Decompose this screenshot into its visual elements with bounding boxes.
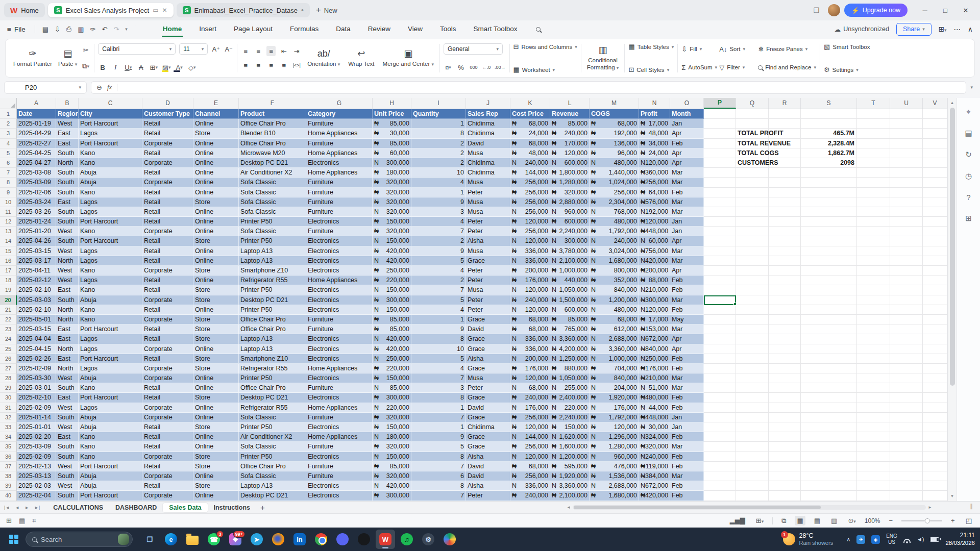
cell[interactable]: South xyxy=(56,148,79,158)
cell[interactable] xyxy=(923,119,947,129)
row-header[interactable]: 11 xyxy=(0,207,17,217)
cell[interactable] xyxy=(736,109,769,119)
cell[interactable]: Electronics xyxy=(306,393,373,403)
cell[interactable]: Mar xyxy=(670,207,704,217)
header-cell[interactable]: Category xyxy=(306,109,373,119)
cell[interactable] xyxy=(857,276,890,285)
clock[interactable]: 21:11 28/03/2026 xyxy=(945,532,975,547)
row-header[interactable]: 31 xyxy=(0,403,17,413)
cell[interactable]: Kano xyxy=(79,266,142,276)
cell[interactable]: Kano xyxy=(79,227,142,236)
cell[interactable] xyxy=(923,285,947,295)
cell[interactable] xyxy=(704,178,736,187)
hidden-icons-icon[interactable]: ∧ xyxy=(846,536,850,543)
cell[interactable]: Laptop A13 xyxy=(239,334,306,344)
cell[interactable]: West xyxy=(56,481,79,491)
add-sheet-button[interactable]: + xyxy=(260,503,265,512)
present-icon[interactable]: ▭ xyxy=(153,7,158,14)
cell[interactable]: ₦176,000 xyxy=(590,403,639,413)
align-middle-icon[interactable]: ≡ xyxy=(254,46,263,56)
cell[interactable]: Musa xyxy=(466,178,510,187)
format-painter-icon[interactable]: ✑ xyxy=(90,26,96,33)
strikethrough-icon[interactable]: A xyxy=(136,62,145,72)
cell[interactable]: 3 xyxy=(411,207,466,217)
cell[interactable] xyxy=(801,276,857,285)
cell[interactable] xyxy=(736,236,769,246)
cell[interactable]: Desktop PC D21 xyxy=(239,158,306,168)
cell[interactable]: West xyxy=(56,276,79,285)
cell[interactable] xyxy=(801,188,857,197)
cell[interactable]: Furniture xyxy=(306,197,373,207)
cell[interactable]: ₦1,296,000 xyxy=(590,432,639,442)
cell[interactable] xyxy=(801,295,857,305)
cell[interactable]: ₦420,000 xyxy=(373,334,411,344)
cell[interactable]: Furniture xyxy=(306,207,373,217)
cell[interactable]: Desktop PC D21 xyxy=(239,491,306,500)
cell[interactable] xyxy=(857,305,890,315)
cell[interactable]: 8 xyxy=(411,481,466,491)
telegram-icon[interactable]: ➤ xyxy=(247,530,266,549)
font-name-select[interactable]: Calibri▾ xyxy=(98,43,176,55)
cell[interactable]: Apr xyxy=(670,236,704,246)
cell[interactable]: Kano xyxy=(79,148,142,158)
cell[interactable]: 2025-02-09 xyxy=(17,452,56,462)
cell[interactable]: Jan xyxy=(670,422,704,432)
column-header-L[interactable]: L xyxy=(550,98,590,109)
cell[interactable]: ₦1,920,000 xyxy=(590,393,639,403)
cell[interactable] xyxy=(923,334,947,344)
cell[interactable]: West xyxy=(56,227,79,236)
cell[interactable]: Refrigerator R55 xyxy=(239,276,306,285)
cell[interactable]: Mar xyxy=(670,442,704,452)
pivot-icon[interactable]: ⊞▾ xyxy=(754,516,766,525)
cell-mode-icon[interactable]: ⊞ xyxy=(6,517,12,524)
cell[interactable] xyxy=(923,168,947,178)
cell[interactable]: ₦60,000 xyxy=(373,148,411,158)
row-header[interactable]: 17 xyxy=(0,266,17,276)
zoom-in-icon[interactable]: + xyxy=(949,516,957,525)
cell[interactable]: Retail xyxy=(142,207,193,217)
cell[interactable]: East xyxy=(56,432,79,442)
cell[interactable] xyxy=(801,373,857,383)
cell[interactable]: ₦120,000 xyxy=(639,217,670,227)
row-header[interactable]: 18 xyxy=(0,276,17,285)
cell[interactable]: Musa xyxy=(466,148,510,158)
cell[interactable]: ₦420,000 xyxy=(639,256,670,266)
cell[interactable]: Electronics xyxy=(306,236,373,246)
row-header[interactable]: 30 xyxy=(0,393,17,403)
cell[interactable]: North xyxy=(56,364,79,373)
cell[interactable]: Furniture xyxy=(306,324,373,334)
cell[interactable]: Mar xyxy=(670,168,704,178)
zoom-formula-icon[interactable]: ⊖ xyxy=(96,84,102,91)
cell[interactable] xyxy=(769,354,801,364)
cell[interactable]: Grace xyxy=(466,413,510,422)
zoom-slider-handle[interactable] xyxy=(925,518,930,523)
cell[interactable]: ₦480,000 xyxy=(590,217,639,227)
cell[interactable]: Grace xyxy=(466,344,510,354)
cell[interactable]: 2025-03-24 xyxy=(17,197,56,207)
cell[interactable]: Kano xyxy=(79,383,142,393)
cell[interactable]: East xyxy=(56,393,79,403)
cell[interactable] xyxy=(704,471,736,481)
menu-item-tools[interactable]: Tools xyxy=(439,22,457,37)
cell[interactable]: Port Harcourt xyxy=(79,119,142,129)
cell[interactable] xyxy=(801,432,857,442)
cell[interactable]: David xyxy=(466,324,510,334)
cell[interactable]: Online xyxy=(193,148,239,158)
cell[interactable]: ₦320,000 xyxy=(639,442,670,452)
cell[interactable]: 2025-05-01 xyxy=(17,315,56,324)
row-header[interactable]: 5 xyxy=(0,148,17,158)
cell[interactable]: Electronics xyxy=(306,422,373,432)
selected-cell[interactable] xyxy=(704,295,736,305)
cell[interactable]: ₦144,000 xyxy=(510,168,550,178)
cell[interactable]: 2025-03-03 xyxy=(17,295,56,305)
cell[interactable] xyxy=(857,236,890,246)
cell[interactable]: ₦256,000 xyxy=(510,471,550,481)
menu-item-review[interactable]: Review xyxy=(367,22,391,37)
cell[interactable]: ₦600,000 xyxy=(550,217,590,227)
cell[interactable]: ₦150,000 xyxy=(373,217,411,227)
cell[interactable]: ₦2,688,000 xyxy=(590,334,639,344)
cell[interactable]: ₦150,000 xyxy=(373,422,411,432)
cell[interactable]: 2025-02-09 xyxy=(17,364,56,373)
cell[interactable]: ₦1,024,000 xyxy=(590,178,639,187)
cell[interactable]: ₦200,000 xyxy=(639,266,670,276)
